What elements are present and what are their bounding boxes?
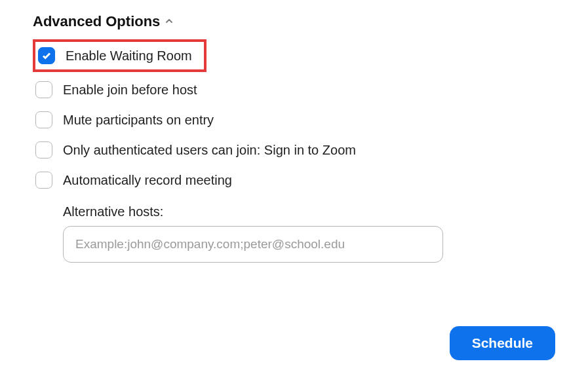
- chevron-up-icon: [165, 16, 173, 27]
- option-waiting-room: Enable Waiting Room: [33, 39, 206, 72]
- waiting-room-label[interactable]: Enable Waiting Room: [66, 48, 192, 64]
- schedule-button[interactable]: Schedule: [450, 326, 555, 360]
- alternative-hosts-input[interactable]: [63, 226, 443, 263]
- option-join-before-host: Enable join before host: [33, 75, 555, 105]
- option-mute-on-entry: Mute participants on entry: [33, 105, 555, 135]
- alternative-hosts-label: Alternative hosts:: [63, 204, 555, 219]
- auto-record-label[interactable]: Automatically record meeting: [63, 173, 232, 188]
- auth-users-label[interactable]: Only authenticated users can join: Sign …: [63, 143, 356, 158]
- mute-on-entry-checkbox[interactable]: [35, 111, 52, 128]
- waiting-room-checkbox[interactable]: [38, 47, 55, 64]
- join-before-host-checkbox[interactable]: [35, 81, 52, 98]
- option-auto-record: Automatically record meeting: [33, 165, 555, 195]
- option-auth-users: Only authenticated users can join: Sign …: [33, 135, 555, 165]
- alternative-hosts-section: Alternative hosts:: [63, 204, 555, 263]
- advanced-options-toggle[interactable]: Advanced Options: [33, 13, 555, 30]
- auth-users-checkbox[interactable]: [35, 141, 52, 158]
- auto-record-checkbox[interactable]: [35, 172, 52, 189]
- join-before-host-label[interactable]: Enable join before host: [63, 83, 197, 98]
- check-icon: [41, 50, 52, 61]
- mute-on-entry-label[interactable]: Mute participants on entry: [63, 113, 214, 128]
- section-title: Advanced Options: [33, 13, 160, 30]
